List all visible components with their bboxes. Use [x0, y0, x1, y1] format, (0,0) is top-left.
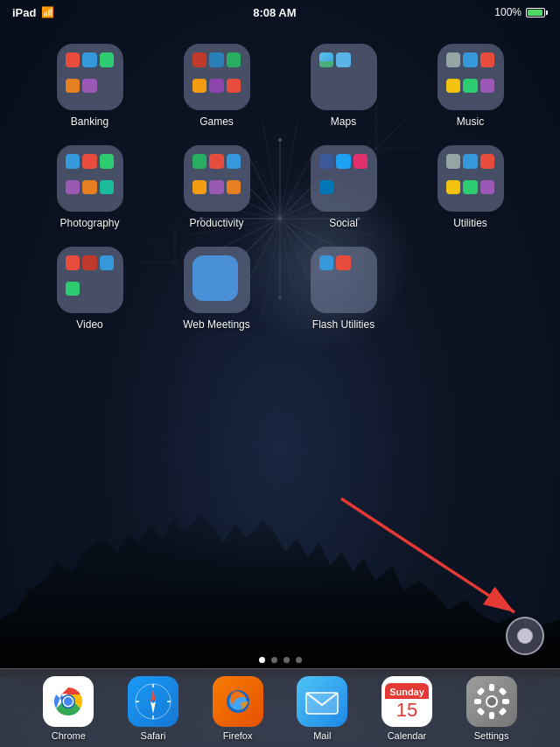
page-dot-1[interactable]	[259, 657, 265, 663]
mini-app	[319, 180, 334, 195]
photography-icon	[57, 145, 123, 212]
app-label: Video	[76, 318, 102, 331]
banking-icon	[57, 44, 123, 110]
maps-icon	[311, 44, 377, 110]
assistive-touch-inner	[517, 628, 533, 644]
page-dot-3[interactable]	[284, 657, 290, 663]
svg-point-79	[487, 697, 496, 706]
dock: Chrome Safari Fi	[0, 668, 560, 747]
mini-app	[82, 154, 97, 169]
mini-app	[66, 79, 80, 94]
dock-settings[interactable]: Settings	[466, 676, 517, 741]
mini-app	[66, 255, 80, 270]
app-label: Productivity	[189, 217, 243, 229]
dock-label: Safari	[141, 730, 166, 741]
mini-app	[336, 255, 351, 270]
app-utilities[interactable]: Utilities	[423, 145, 519, 229]
dock-mail[interactable]: Mail	[297, 676, 347, 741]
mini-app	[209, 154, 224, 169]
utilities-icon	[438, 145, 504, 212]
mini-app	[66, 180, 80, 195]
flash-utilities-icon	[311, 247, 377, 313]
dock-calendar[interactable]: Sunday 15 Calendar	[382, 676, 432, 741]
app-banking[interactable]: Banking	[42, 44, 138, 128]
mini-app	[100, 154, 115, 169]
svg-text:15: 15	[396, 699, 417, 721]
battery-percent: 100%	[494, 6, 522, 18]
mini-app	[66, 52, 80, 67]
app-label: Web Meetings	[183, 318, 249, 331]
mini-app	[446, 52, 461, 67]
mini-app	[66, 282, 80, 297]
mini-app	[192, 52, 207, 67]
svg-marker-60	[150, 702, 156, 714]
mini-app	[82, 79, 97, 94]
svg-marker-59	[150, 689, 156, 702]
dock-label: Calendar	[388, 730, 427, 741]
svg-rect-76	[498, 687, 507, 695]
music-icon	[438, 44, 504, 110]
mini-app	[66, 154, 80, 169]
wifi-icon: 📶	[41, 6, 54, 18]
app-social[interactable]: Social	[296, 145, 392, 229]
mini-app	[192, 79, 207, 94]
safari-icon	[128, 676, 178, 727]
mini-app	[192, 255, 238, 301]
productivity-icon	[184, 145, 250, 212]
app-video[interactable]: Video	[42, 247, 138, 331]
mini-app	[463, 79, 478, 94]
mini-app	[319, 255, 334, 270]
mini-app	[192, 180, 207, 195]
dock-label: Mail	[313, 730, 331, 741]
svg-text:Sunday: Sunday	[389, 687, 425, 697]
mini-app	[336, 154, 351, 169]
page-dot-4[interactable]	[296, 657, 302, 663]
mini-app	[82, 180, 97, 195]
mini-app	[463, 52, 478, 67]
mini-app	[100, 52, 115, 67]
svg-rect-72	[489, 712, 494, 719]
mini-app	[480, 79, 495, 94]
mini-app	[463, 154, 478, 169]
svg-rect-75	[476, 687, 485, 695]
dock-safari[interactable]: Safari	[128, 676, 178, 741]
mini-app	[354, 154, 368, 169]
mini-app	[336, 52, 351, 67]
app-label: Utilities	[453, 217, 487, 229]
svg-rect-78	[498, 707, 507, 716]
app-row-1: Banking Games Ma	[26, 44, 534, 128]
dock-label: Firefox	[223, 730, 253, 741]
dock-firefox[interactable]: Firefox	[213, 676, 263, 741]
dock-label: Settings	[474, 730, 509, 741]
mini-app	[480, 180, 495, 195]
mini-app	[227, 180, 242, 195]
mini-app	[446, 79, 461, 94]
app-photography[interactable]: Photography	[42, 145, 138, 229]
app-maps[interactable]: Maps	[296, 44, 392, 128]
tree-silhouettes	[0, 485, 560, 677]
app-flash-utilities[interactable]: Flash Utilities	[296, 247, 392, 331]
app-row-3: Video Web Meetings Flash Utilities	[26, 247, 534, 331]
app-games[interactable]: Games	[169, 44, 265, 128]
app-row-2: Photography Productivity	[26, 145, 534, 229]
svg-point-53	[64, 697, 73, 706]
app-grid: Banking Games Ma	[0, 35, 560, 339]
app-productivity[interactable]: Productivity	[169, 145, 265, 229]
dock-label: Chrome	[52, 730, 86, 741]
games-icon	[184, 44, 250, 110]
page-dot-2[interactable]	[271, 657, 277, 663]
app-web-meetings[interactable]: Web Meetings	[169, 247, 265, 331]
mini-app	[209, 79, 224, 94]
svg-rect-73	[474, 699, 481, 704]
status-bar: iPad 📶 8:08 AM 100%	[0, 0, 560, 24]
mini-app	[446, 154, 461, 169]
battery-icon	[526, 8, 548, 17]
mini-app	[227, 79, 242, 94]
app-label: Social	[329, 217, 358, 229]
assistive-touch-button[interactable]	[506, 617, 544, 655]
app-music[interactable]: Music	[423, 44, 519, 128]
mini-app	[100, 255, 115, 270]
time-display: 8:08 AM	[253, 6, 296, 19]
chrome-icon	[43, 676, 94, 727]
dock-chrome[interactable]: Chrome	[43, 676, 94, 741]
